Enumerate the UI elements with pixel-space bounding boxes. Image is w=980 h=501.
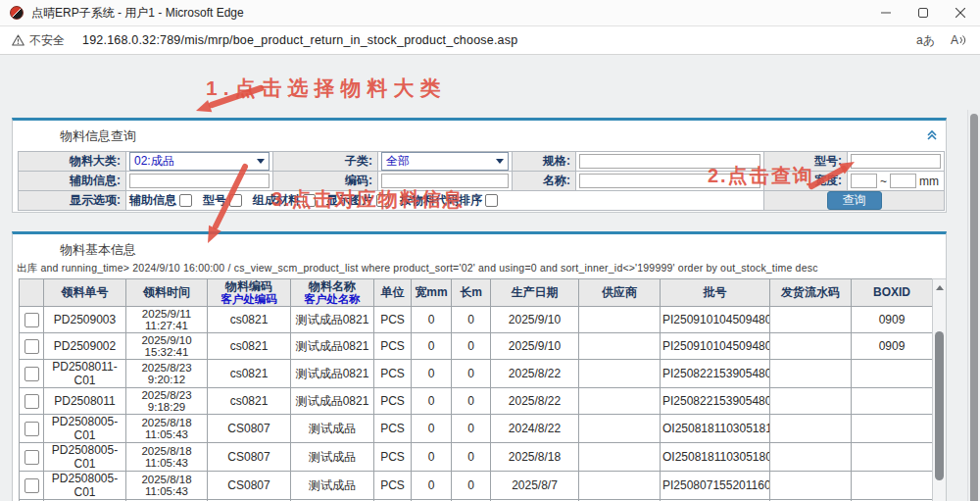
time-cell: 2025/8/1811:05:43 [126,472,208,500]
prod-date-cell: 2025/9/10 [491,307,579,333]
minimize-button[interactable] [866,0,906,25]
table-scrollbar-thumb[interactable] [935,331,944,480]
supplier-cell [579,443,661,472]
name-cell: 测试成品0821 [291,307,374,333]
row-checkbox[interactable] [24,367,39,381]
table-row[interactable]: PD2508005-C012025/8/1811:05:43CS0807测试成品… [20,472,933,500]
maximize-button[interactable] [904,0,943,25]
row-checkbox[interactable] [24,313,39,327]
column-header [20,279,44,307]
app-logo-icon [10,6,24,20]
name-cell: 测试成品0821 [291,333,374,360]
width-cell: 0 [412,388,452,415]
display-option-label: 辅助信息 [129,192,176,209]
batch-cell: OI250818110305180 [661,443,770,472]
close-button[interactable] [941,0,980,25]
address-bar: 不安全 192.168.0.32:789/mis/mrp/boe_product… [0,26,980,55]
annotation-3-text: 3.点击对应物料信息 [271,186,465,213]
row-checkbox[interactable] [24,478,39,493]
code-cell: CS0807 [208,415,291,443]
results-panel-title: 物料基本信息 [60,241,136,259]
boxid-cell [852,415,933,443]
security-label: 不安全 [29,32,65,49]
unit-cell: PCS [374,443,412,472]
width-cell: 0 [412,415,452,443]
column-header: 物料编码客户处编码 [208,279,291,307]
collapse-panel-icon[interactable] [926,126,938,144]
unit-cell: PCS [374,472,412,500]
code-cell: cs0821 [208,307,291,333]
url-text[interactable]: 192.168.0.32:789/mis/mrp/boe_product_ret… [82,33,517,47]
materials-table: 领料单号领料时间物料编码客户处编码物料名称客户处名称单位宽mm长m生产日期供应商… [19,278,933,501]
name-label: 名称: [513,172,576,191]
supplier-cell [579,360,661,388]
code-cell: cs0821 [208,360,291,388]
annotation-1-arrow [188,82,267,118]
scroll-up-icon[interactable] [933,280,946,294]
row-checkbox[interactable] [24,422,39,436]
row-checkbox[interactable] [24,339,39,354]
site-security-indicator[interactable]: 不安全 [12,32,65,49]
time-cell: 2025/9/1111:27:41 [126,307,208,333]
serial-cell [770,307,852,333]
width-cell: 0 [412,333,452,360]
table-row[interactable]: PD2508005-C012025/8/1811:05:43CS0807测试成品… [20,415,933,443]
display-option-checkbox[interactable] [179,194,192,207]
boxid-cell [852,388,933,415]
order-no-cell: PD2508011-C01 [44,360,126,388]
serial-cell [770,388,852,415]
order-no-cell: PD2508005-C01 [44,443,126,472]
translate-icon[interactable]: aあ [916,32,935,49]
window-scrollbar[interactable] [967,110,980,501]
row-checkbox-cell [20,415,44,443]
column-header: 发货流水码 [770,279,852,307]
subcategory-label: 子类: [273,152,378,172]
unit-cell: PCS [374,415,412,443]
order-no-cell: PD2508011 [44,388,126,415]
prod-date-cell: 2025/9/10 [491,333,579,360]
table-row[interactable]: PD25090022025/9/1015:32:41cs0821测试成品0821… [20,333,933,360]
supplier-cell [579,307,661,333]
chevron-down-icon [496,159,504,164]
column-header: 领料单号 [44,279,126,307]
table-row[interactable]: PD2508011-C012025/8/239:20:12cs0821测试成品0… [20,360,933,388]
prod-date-cell: 2024/8/22 [491,415,579,443]
search-button[interactable]: 查询 [827,191,882,210]
row-checkbox-cell [20,333,44,360]
time-cell: 2025/8/1811:05:43 [126,415,208,443]
batch-cell: PI250910104509480 [661,333,770,360]
subcategory-select[interactable]: 全部 [381,152,509,171]
annotation-2-text: 2.点击查询 [708,163,814,189]
page-content: 物料信息查询 物料大类: 02:成品 子类: 全部 规格: 型号: 辅助信息: [0,55,980,501]
order-no-cell: PD2509002 [44,333,126,360]
row-checkbox[interactable] [24,450,39,465]
display-options-label: 显示选项: [19,191,126,211]
display-option-checkbox[interactable] [485,194,498,207]
supplier-cell [579,415,661,443]
width-to-input[interactable] [890,174,916,188]
column-header: 生产日期 [491,279,579,307]
time-cell: 2025/8/239:18:29 [126,388,208,415]
warning-triangle-icon [12,34,24,46]
maximize-icon [918,8,928,18]
width-separator: ~ [880,175,887,188]
column-header: 长m [452,279,491,307]
table-row[interactable]: PD25090032025/9/1111:27:41cs0821测试成品0821… [20,307,933,333]
column-header: 供应商 [579,279,661,307]
table-scrollbar[interactable] [932,278,947,501]
column-header: 宽mm [412,279,452,307]
table-row[interactable]: PD2508005-C012025/8/1811:05:43CS0807测试成品… [20,443,933,472]
length-cell: 0 [452,443,491,472]
column-header: 单位 [374,279,412,307]
aux-info-label: 辅助信息: [19,172,126,191]
table-row[interactable]: PD25080112025/8/239:18:29cs0821测试成品0821P… [20,388,933,415]
read-aloud-icon[interactable]: A [951,33,966,47]
column-header: 领料时间 [126,279,208,307]
row-checkbox[interactable] [24,394,39,409]
category-label: 物料大类: [19,152,126,172]
window-scrollbar-thumb[interactable] [970,114,978,501]
serial-cell [770,360,852,388]
code-cell: CS0807 [208,443,291,472]
width-cell: 0 [412,307,452,333]
order-no-cell: PD2508005-C01 [44,415,126,443]
